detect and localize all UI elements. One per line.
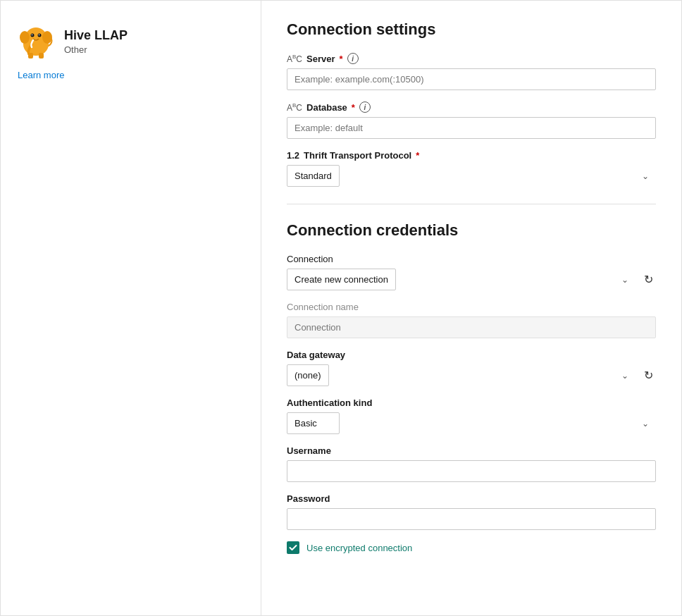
svg-point-5 (32, 35, 33, 36)
connection-select[interactable]: Create new connection (287, 269, 396, 290)
server-info-icon[interactable]: i (347, 53, 359, 64)
server-abc-icon: ABC (287, 54, 302, 64)
data-gateway-label: Data gateway (287, 350, 656, 360)
server-required-star: * (340, 54, 343, 64)
auth-kind-label: Authentication kind (287, 398, 656, 408)
svg-point-3 (42, 31, 52, 44)
sidebar-title-group: Hive LLAP Other (64, 28, 128, 55)
auth-kind-select[interactable]: Basic Windows None (287, 412, 340, 434)
auth-kind-chevron-icon: ⌄ (642, 419, 649, 429)
connection-credentials-section: Connection credentials Connection Create… (287, 221, 656, 554)
thrift-select[interactable]: Standard HTTP Binary (287, 165, 340, 187)
connection-settings-section: Connection settings ABC Server * i ABC D… (287, 20, 656, 187)
database-info-icon[interactable]: i (359, 101, 371, 113)
connection-name-field-group: Connection name (287, 302, 656, 338)
server-input[interactable] (287, 68, 656, 90)
thrift-label: 1.2 Thrift Transport Protocol * (287, 150, 656, 161)
thrift-label-text: Thrift Transport Protocol (304, 150, 411, 161)
server-label-text: Server (306, 54, 335, 64)
connection-refresh-button[interactable]: ↻ (641, 270, 656, 289)
database-field-group: ABC Database * i (287, 101, 656, 139)
svg-point-7 (39, 35, 40, 36)
connection-name-label: Connection name (287, 302, 656, 312)
encrypt-connection-label: Use encrypted connection (306, 543, 412, 553)
data-gateway-select-wrapper: (none) ⌄ ↻ (287, 364, 656, 386)
main-content: Connection settings ABC Server * i ABC D… (261, 1, 681, 615)
server-field-group: ABC Server * i (287, 53, 656, 90)
connection-select-wrapper: Create new connection ⌄ ↻ (287, 269, 656, 290)
thrift-required-star: * (416, 150, 419, 161)
password-field-group: Password (287, 493, 656, 530)
section-divider (287, 204, 656, 204)
thrift-field-group: 1.2 Thrift Transport Protocol * Standard… (287, 150, 656, 187)
username-field-group: Username (287, 445, 656, 482)
username-label: Username (287, 445, 656, 456)
password-input[interactable] (287, 508, 656, 530)
sidebar-header: Hive LLAP Other (18, 23, 128, 60)
password-label: Password (287, 493, 656, 504)
svg-rect-9 (39, 53, 44, 58)
database-label-text: Database (306, 102, 347, 113)
database-abc-icon: ABC (287, 102, 302, 113)
connection-chevron-icon: ⌄ (621, 275, 628, 285)
connection-name-input[interactable] (287, 316, 656, 338)
database-required-star: * (352, 102, 355, 113)
svg-point-2 (20, 31, 30, 44)
connection-label: Connection (287, 254, 656, 264)
data-gateway-select-container: (none) ⌄ (287, 364, 636, 386)
learn-more-link[interactable]: Learn more (18, 70, 64, 80)
data-gateway-select[interactable]: (none) (287, 364, 329, 386)
encrypt-connection-checkbox[interactable] (287, 541, 299, 554)
thrift-select-container: Standard HTTP Binary ⌄ (287, 165, 656, 187)
database-input[interactable] (287, 117, 656, 139)
sidebar: Hive LLAP Other Learn more (1, 1, 261, 615)
data-gateway-refresh-button[interactable]: ↻ (641, 366, 656, 385)
auth-kind-select-container: Basic Windows None ⌄ (287, 412, 656, 434)
thrift-number: 1.2 (287, 150, 299, 161)
connection-settings-title: Connection settings (287, 20, 656, 39)
app-title: Hive LLAP (64, 28, 128, 43)
connection-select-container: Create new connection ⌄ (287, 269, 636, 290)
hive-llap-icon (18, 23, 54, 60)
thrift-chevron-icon: ⌄ (642, 171, 649, 181)
connection-credentials-title: Connection credentials (287, 221, 656, 240)
server-label: ABC Server * i (287, 53, 656, 64)
svg-rect-8 (28, 53, 33, 58)
app-category: Other (64, 44, 128, 55)
data-gateway-chevron-icon: ⌄ (621, 371, 628, 381)
connection-field-group: Connection Create new connection ⌄ ↻ (287, 254, 656, 290)
auth-kind-field-group: Authentication kind Basic Windows None ⌄ (287, 398, 656, 434)
check-icon (289, 543, 297, 552)
database-label: ABC Database * i (287, 101, 656, 113)
username-input[interactable] (287, 460, 656, 482)
data-gateway-field-group: Data gateway (none) ⌄ ↻ (287, 350, 656, 386)
encrypt-connection-row: Use encrypted connection (287, 541, 656, 554)
